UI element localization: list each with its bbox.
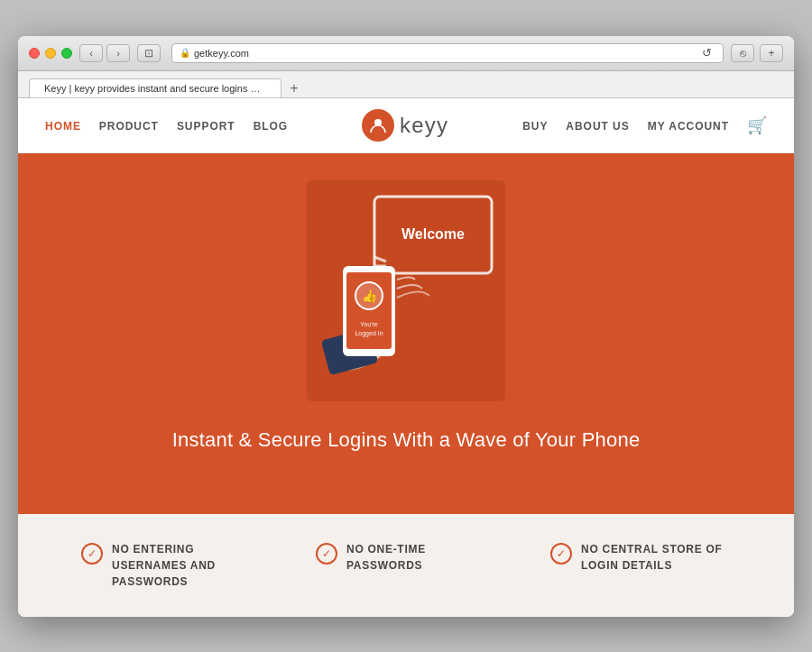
nav-link-support[interactable]: SUPPORT [177, 120, 235, 133]
nav-item-about[interactable]: ABOUT US [566, 117, 629, 133]
maximize-button[interactable] [61, 48, 72, 59]
nav-link-about[interactable]: ABOUT US [566, 120, 629, 133]
minimize-button[interactable] [45, 48, 56, 59]
feature-item-1: ✓ NO ENTERING USERNAMES AND PASSWORDS [81, 541, 262, 590]
logo-text: keyy [400, 113, 448, 138]
tab-title: Keyy | keyy provides instant and secure … [44, 83, 281, 94]
svg-text:👍: 👍 [362, 289, 378, 304]
feature-text-3: NO CENTRAL STORE OF LOGIN DETAILS [581, 541, 731, 574]
address-bar[interactable]: 🔒 getkeyy.com ↺ [171, 43, 724, 63]
window-controls [29, 48, 72, 59]
logo-icon [362, 109, 394, 142]
tab-bar: Keyy | keyy provides instant and secure … [18, 71, 794, 98]
svg-text:Welcome: Welcome [401, 226, 465, 242]
feature-check-icon-2: ✓ [316, 543, 337, 565]
nav-link-product[interactable]: PRODUCT [99, 120, 159, 133]
active-tab[interactable]: Keyy | keyy provides instant and secure … [29, 78, 281, 97]
features-bar: ✓ NO ENTERING USERNAMES AND PASSWORDS ✓ … [18, 514, 794, 617]
feature-text-1: NO ENTERING USERNAMES AND PASSWORDS [112, 541, 262, 590]
nav-item-blog[interactable]: BLOG [254, 117, 289, 133]
hero-tagline: Instant & Secure Logins With a Wave of Y… [172, 428, 641, 452]
browser-window: ‹ › ⊡ 🔒 getkeyy.com ↺ ⎋ + Keyy | keyy pr… [18, 36, 794, 617]
logo[interactable]: keyy [362, 109, 448, 142]
feature-check-icon-1: ✓ [81, 543, 103, 565]
website-content: HOME PRODUCT SUPPORT BLOG [18, 98, 794, 617]
feature-item-2: ✓ NO ONE-TIME PASSWORDS [316, 541, 496, 574]
browser-titlebar: ‹ › ⊡ 🔒 getkeyy.com ↺ ⎋ + [18, 36, 794, 71]
share-button[interactable]: ⎋ [731, 44, 754, 62]
browser-action-buttons: ⎋ + [731, 44, 783, 62]
back-button[interactable]: ‹ [79, 44, 103, 62]
nav-buttons: ‹ › [79, 44, 130, 62]
nav-links-list: HOME PRODUCT SUPPORT BLOG [45, 117, 288, 133]
site-navigation: HOME PRODUCT SUPPORT BLOG [18, 98, 794, 153]
hero-illustration: Welcome 👍 You're [307, 180, 505, 401]
nav-item-product[interactable]: PRODUCT [99, 117, 159, 133]
nav-item-cart[interactable]: 🛒 [747, 115, 767, 135]
url-text: getkeyy.com [194, 48, 249, 59]
svg-text:You're: You're [360, 321, 377, 327]
nav-link-blog[interactable]: BLOG [254, 120, 289, 133]
cart-icon[interactable]: 🛒 [747, 116, 767, 134]
nav-links-right: BUY ABOUT US MY ACCOUNT 🛒 [522, 115, 767, 135]
new-tab-button[interactable]: + [285, 79, 303, 97]
nav-link-home[interactable]: HOME [45, 120, 81, 133]
nav-link-buy[interactable]: BUY [522, 120, 548, 133]
feature-text-2: NO ONE-TIME PASSWORDS [346, 541, 496, 574]
feature-item-3: ✓ NO CENTRAL STORE OF LOGIN DETAILS [550, 541, 731, 574]
window-resize-button[interactable]: ⊡ [137, 44, 161, 62]
hero-section: Welcome 👍 You're [18, 153, 794, 514]
forward-button[interactable]: › [106, 44, 130, 62]
svg-text:Logged In: Logged In [355, 330, 383, 337]
feature-check-icon-3: ✓ [550, 543, 572, 565]
add-bookmark-button[interactable]: + [760, 44, 783, 62]
addressbar-container: 🔒 getkeyy.com ↺ [171, 43, 724, 63]
reload-button[interactable]: ↺ [698, 46, 715, 60]
lock-icon: 🔒 [180, 48, 190, 58]
nav-item-buy[interactable]: BUY [522, 117, 548, 133]
nav-item-account[interactable]: MY ACCOUNT [648, 117, 729, 133]
hero-image: Welcome 👍 You're [307, 180, 505, 401]
nav-item-support[interactable]: SUPPORT [177, 117, 235, 133]
nav-item-home[interactable]: HOME [45, 117, 81, 133]
nav-link-account[interactable]: MY ACCOUNT [648, 120, 729, 133]
close-button[interactable] [29, 48, 40, 59]
